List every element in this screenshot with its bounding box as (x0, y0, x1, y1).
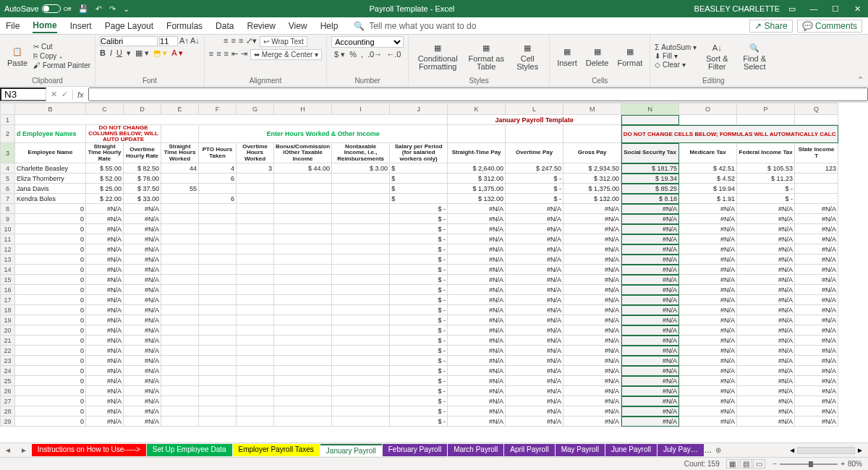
cell[interactable]: #N/A (621, 346, 679, 356)
cell[interactable] (199, 336, 237, 346)
indent-left-icon[interactable]: ⇤ (231, 49, 238, 60)
cell[interactable] (237, 356, 274, 366)
cell[interactable]: 0 (15, 356, 86, 366)
header-I[interactable]: Nontaxable Income, i.e., Reimbursements (332, 143, 390, 163)
cell[interactable]: #N/A (737, 265, 795, 275)
zoom-in-icon[interactable]: + (841, 460, 845, 468)
percent-button[interactable]: % (349, 50, 357, 59)
cell[interactable] (274, 305, 332, 315)
cell[interactable]: $ - (390, 224, 448, 234)
fill-button[interactable]: ⬇ Fill ▾ (655, 52, 697, 60)
cell[interactable] (274, 204, 332, 214)
cell[interactable]: #N/A (737, 356, 795, 366)
sheet-tab-may-payroll[interactable]: May Payroll (556, 444, 605, 456)
cell[interactable]: 0 (15, 265, 86, 275)
cell[interactable]: 0 (15, 295, 86, 305)
number-format-select[interactable]: Accounting (331, 36, 404, 48)
header-E[interactable]: Straight Time Hours Worked (161, 143, 199, 163)
cell[interactable]: #N/A (737, 224, 795, 234)
scroll-track[interactable] (797, 447, 855, 454)
cell[interactable]: #N/A (621, 386, 679, 396)
cell[interactable]: #N/A (621, 204, 679, 214)
cell[interactable]: #N/A (448, 244, 506, 255)
cell[interactable] (332, 295, 390, 305)
cell[interactable]: $ - (390, 416, 448, 427)
cell[interactable] (161, 265, 199, 275)
scroll-left-icon[interactable]: ◄ (788, 446, 796, 454)
cell[interactable]: #N/A (124, 315, 161, 325)
cell[interactable] (161, 315, 199, 325)
cell[interactable]: #N/A (679, 356, 737, 366)
cell[interactable]: #N/A (448, 336, 506, 346)
cell[interactable] (161, 244, 199, 255)
cell[interactable] (332, 416, 390, 427)
cell[interactable]: #N/A (563, 224, 621, 234)
cell[interactable] (199, 184, 237, 194)
cell[interactable] (274, 406, 332, 416)
cell[interactable] (161, 305, 199, 315)
cell[interactable] (199, 305, 237, 315)
tab-page-layout[interactable]: Page Layout (105, 20, 153, 33)
cell[interactable]: $ 2,934.50 (563, 163, 621, 174)
close-icon[interactable]: ✕ (851, 4, 864, 14)
row-header-16[interactable]: 16 (1, 285, 15, 295)
cell[interactable] (274, 396, 332, 406)
cell[interactable] (199, 346, 237, 356)
header-D[interactable]: Overtime Hourly Rate (124, 143, 161, 163)
cell[interactable]: #N/A (737, 325, 795, 336)
cell[interactable] (274, 174, 332, 184)
cell[interactable] (332, 214, 390, 224)
cell[interactable]: #N/A (448, 315, 506, 325)
cell[interactable]: #N/A (86, 315, 124, 325)
tab-view[interactable]: View (289, 20, 307, 33)
row-header-13[interactable]: 13 (1, 255, 15, 265)
cell[interactable]: #N/A (737, 244, 795, 255)
cell[interactable]: #N/A (448, 346, 506, 356)
cell[interactable]: #N/A (506, 295, 563, 305)
cell[interactable]: #N/A (621, 315, 679, 325)
cell[interactable]: #N/A (679, 204, 737, 214)
cell[interactable] (795, 184, 838, 194)
cell[interactable]: $ - (737, 194, 795, 204)
cell[interactable]: #N/A (795, 224, 838, 234)
cell[interactable] (332, 174, 390, 184)
cell[interactable] (199, 255, 237, 265)
cell[interactable]: #N/A (679, 315, 737, 325)
cell[interactable]: #N/A (563, 295, 621, 305)
cell[interactable]: #N/A (124, 255, 161, 265)
cell[interactable]: #N/A (86, 244, 124, 255)
cell[interactable]: #N/A (737, 285, 795, 295)
cell[interactable]: #N/A (448, 396, 506, 406)
maximize-icon[interactable]: ☐ (829, 4, 842, 14)
cell[interactable]: $ 52.00 (86, 174, 124, 184)
cell[interactable]: #N/A (86, 346, 124, 356)
page-break-icon[interactable]: ▭ (753, 459, 765, 469)
cell[interactable] (161, 336, 199, 346)
cell[interactable]: $ 2,640.00 (448, 163, 506, 174)
cell[interactable]: 0 (15, 285, 86, 295)
cell[interactable] (199, 204, 237, 214)
cell[interactable]: #N/A (124, 305, 161, 315)
cell[interactable] (332, 285, 390, 295)
cell[interactable]: #N/A (563, 265, 621, 275)
cell[interactable] (237, 305, 274, 315)
cell[interactable]: #N/A (448, 265, 506, 275)
cell[interactable]: #N/A (86, 224, 124, 234)
cell[interactable]: #N/A (86, 285, 124, 295)
header-B[interactable]: Employee Name (15, 143, 86, 163)
align-center-icon[interactable]: ≡ (216, 49, 221, 60)
row-header-11[interactable]: 11 (1, 234, 15, 244)
warn-formulas[interactable]: DO NOT CHANGE CELLS BELOW; FORMULAS WILL… (621, 125, 838, 143)
cell[interactable]: $ 132.00 (563, 194, 621, 204)
cell[interactable] (274, 315, 332, 325)
cell[interactable] (332, 346, 390, 356)
cell[interactable]: $ - (506, 184, 563, 194)
cell[interactable] (332, 224, 390, 234)
cell[interactable]: #N/A (795, 346, 838, 356)
emp-name[interactable]: Charlette Beasley (15, 163, 86, 174)
cell[interactable] (274, 184, 332, 194)
cell[interactable]: #N/A (563, 255, 621, 265)
underline-button[interactable]: U (116, 48, 122, 58)
increase-decimal-icon[interactable]: .0→ (367, 50, 382, 59)
row-header-26[interactable]: 26 (1, 386, 15, 396)
